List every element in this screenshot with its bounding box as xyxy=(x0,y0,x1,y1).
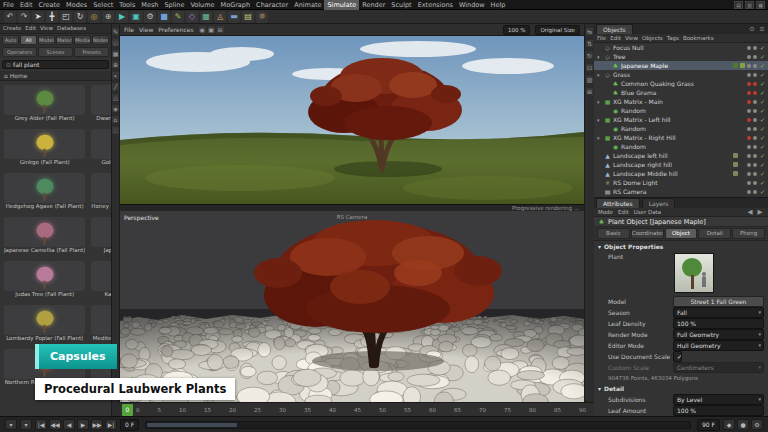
plant-preview-thumbnail[interactable] xyxy=(674,253,714,293)
asset-filter-tab[interactable]: Operators xyxy=(2,47,37,57)
enable-checkmark[interactable]: ✓ xyxy=(759,89,766,96)
material-chip[interactable] xyxy=(733,45,738,50)
render-visibility-dot[interactable] xyxy=(753,46,757,50)
render-view[interactable] xyxy=(120,36,584,204)
attribute-value[interactable]: Street 1 Fall Green xyxy=(673,296,764,307)
menu-item[interactable]: Mesh xyxy=(138,0,161,10)
editor-visibility-dot[interactable] xyxy=(747,172,751,176)
history-nav-icon[interactable]: ▶ xyxy=(756,208,764,216)
material-chip[interactable] xyxy=(740,153,745,158)
asset-filter-tab[interactable]: Models xyxy=(38,35,55,45)
enable-checkmark[interactable]: ✓ xyxy=(759,161,766,168)
enable-checkmark[interactable]: ✓ xyxy=(759,98,766,105)
mode-icon[interactable]: ◇ xyxy=(112,39,119,46)
asset-item[interactable]: Golden Rain Tree (Fall Plant) xyxy=(89,127,111,168)
menu-item[interactable]: Select xyxy=(90,0,116,10)
material-chip[interactable] xyxy=(740,81,745,86)
attribute-menu[interactable]: Mode xyxy=(598,208,613,216)
menu-item[interactable]: Character xyxy=(253,0,291,10)
playhead[interactable]: 0 xyxy=(122,404,133,416)
mode-icon[interactable]: ⌂ xyxy=(112,116,119,123)
render-visibility-dot[interactable] xyxy=(753,82,757,86)
render-visibility-dot[interactable] xyxy=(753,118,757,122)
enable-checkmark[interactable]: ✓ xyxy=(759,71,766,78)
menu-item[interactable]: Animate xyxy=(291,0,324,10)
menu-item[interactable]: Volume xyxy=(187,0,217,10)
asset-item[interactable]: Ginkgo (Fall Plant) xyxy=(2,127,87,168)
render-view-icon[interactable]: ▣ xyxy=(208,26,215,33)
menu-item[interactable]: MoGraph xyxy=(218,0,254,10)
view-icon[interactable]: ⊡ xyxy=(586,64,593,71)
object-row[interactable]: ♣ Blue Grama ✓ xyxy=(594,88,768,97)
expand-arrow-icon[interactable]: ▾ xyxy=(597,135,602,141)
toolbar-icon[interactable]: ↷ xyxy=(18,11,30,23)
object-row[interactable]: ▾ ◇ Tree ✓ xyxy=(594,52,768,61)
layout-icon[interactable]: ▤ xyxy=(734,1,743,9)
material-chip[interactable] xyxy=(740,189,745,194)
render-visibility-dot[interactable] xyxy=(753,136,757,140)
toolbar-icon[interactable]: ▣ xyxy=(130,11,142,23)
mode-icon[interactable]: ∙ xyxy=(112,72,119,79)
end-frame-field[interactable]: 90 F xyxy=(697,419,720,431)
viewport-canvas[interactable] xyxy=(120,211,584,402)
toolbar-icon[interactable]: ◬ xyxy=(214,11,226,23)
attribute-value[interactable]: 100 % xyxy=(673,405,764,416)
asset-item[interactable]: Kanzan Cherry (Fall Plant) xyxy=(89,259,111,300)
toolbar-icon[interactable]: ╋ xyxy=(46,11,58,23)
toolbar-icon[interactable]: ◎ xyxy=(88,11,100,23)
collapse-arrow-icon[interactable]: ▾ xyxy=(598,243,601,250)
render-visibility-dot[interactable] xyxy=(753,127,757,131)
menu-item[interactable]: Extensions xyxy=(415,0,456,10)
editor-visibility-dot[interactable] xyxy=(747,190,751,194)
object-row[interactable]: ▾ ▦ XG Matrix - Left hill ✓ xyxy=(594,115,768,124)
asset-browser-menu[interactable]: Databases xyxy=(57,25,86,32)
object-row[interactable]: ▾ ◇ Grass ✓ xyxy=(594,70,768,79)
asset-item[interactable]: Japanese Larch (Fall Plant) xyxy=(89,215,111,256)
tab-objects[interactable]: Objects xyxy=(596,24,633,34)
toolbar-icon[interactable]: ▬ xyxy=(228,11,240,23)
attribute-tab[interactable]: Detail xyxy=(698,228,731,239)
object-row[interactable]: ◉ Random ✓ xyxy=(594,106,768,115)
expand-arrow-icon[interactable]: ▾ xyxy=(597,99,602,105)
mode-icon[interactable]: ◈ xyxy=(112,105,119,112)
material-chip[interactable] xyxy=(733,117,738,122)
menu-item[interactable]: File xyxy=(0,0,17,10)
menu-item[interactable]: Spline xyxy=(161,0,187,10)
editor-visibility-dot[interactable] xyxy=(747,109,751,113)
viewport[interactable]: Perspective RS Camera xyxy=(120,211,584,402)
material-chip[interactable] xyxy=(740,162,745,167)
enable-checkmark[interactable]: ✓ xyxy=(759,152,766,159)
object-manager-icon[interactable]: ⊙ xyxy=(748,25,756,33)
toolbar-icon[interactable]: ▶ xyxy=(116,11,128,23)
material-chip[interactable] xyxy=(733,99,738,104)
material-chip[interactable] xyxy=(740,45,745,50)
viewport-label[interactable]: Perspective xyxy=(124,214,159,221)
view-icon[interactable]: ▥ xyxy=(586,76,593,83)
menu-item[interactable]: Tools xyxy=(116,0,138,10)
asset-item[interactable]: Honey Locust 'Sunburst' (Fall Plant) xyxy=(89,171,111,212)
material-chip[interactable] xyxy=(733,72,738,77)
timeline-ruler[interactable]: 0 051015202530354045505560657075808590 xyxy=(120,402,594,416)
asset-filter-tab[interactable]: Scenes xyxy=(38,47,73,57)
expand-arrow-icon[interactable]: ▾ xyxy=(597,117,602,123)
toolbar-icon[interactable]: ➤ xyxy=(32,11,44,23)
asset-filter-tab[interactable]: Presets xyxy=(74,47,109,57)
project-dropdown-icon[interactable]: ▾ xyxy=(5,419,17,430)
editor-visibility-dot[interactable] xyxy=(747,55,751,59)
editor-visibility-dot[interactable] xyxy=(747,100,751,104)
material-chip[interactable] xyxy=(733,144,738,149)
view-icon[interactable]: ↻ xyxy=(586,52,593,59)
editor-visibility-dot[interactable] xyxy=(747,154,751,158)
breadcrumb[interactable]: ⌂ Home xyxy=(0,71,111,81)
material-chip[interactable] xyxy=(740,90,745,95)
material-chip[interactable] xyxy=(733,126,738,131)
object-manager-icon[interactable]: ≡ xyxy=(758,25,766,33)
material-chip[interactable] xyxy=(740,72,745,77)
toolbar-icon[interactable]: ✎ xyxy=(172,11,184,23)
asset-item[interactable]: Judas Tree (Fall Plant) xyxy=(2,259,87,300)
editor-visibility-dot[interactable] xyxy=(747,64,751,68)
material-chip[interactable] xyxy=(740,108,745,113)
current-frame-field[interactable]: 0 F xyxy=(120,419,139,431)
menu-item[interactable]: Window xyxy=(456,0,488,10)
enable-checkmark[interactable]: ✓ xyxy=(759,107,766,114)
